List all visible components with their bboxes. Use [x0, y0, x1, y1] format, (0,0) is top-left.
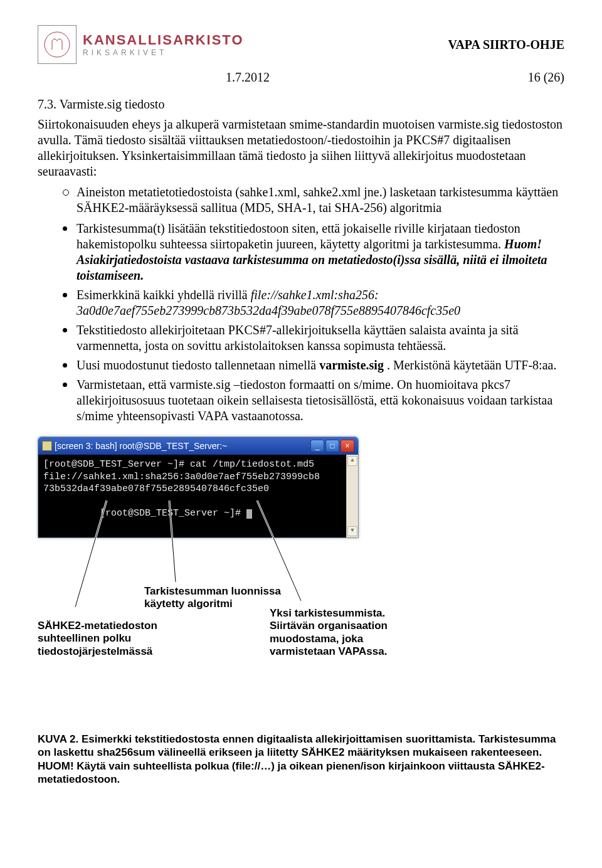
terminal-line: [root@SDB_TEST_Server ~]#: [43, 495, 353, 532]
terminal-icon: [42, 441, 52, 451]
annotation-label-checksum: Yksi tarkistesummista. Siirtävän organis…: [270, 607, 420, 659]
scrollbar[interactable]: ▲ ▼: [346, 455, 358, 537]
annotation-label-algorithm: Tarkistesumman luonnissa käytetty algori…: [144, 585, 282, 611]
list-item: Varmistetaan, että varmiste.sig –tiedost…: [63, 377, 564, 424]
terminal-window: [screen 3: bash] root@SDB_TEST_Server:~ …: [38, 437, 359, 538]
document-date: 1.7.2012: [226, 70, 270, 85]
terminal-line: [root@SDB_TEST_Server ~]# cat /tmp/tiedo…: [43, 458, 353, 471]
terminal-line: file://sahke1.xml:sha256:3a0d0e7aef755eb…: [43, 471, 353, 484]
terminal-title: [screen 3: bash] root@SDB_TEST_Server:~: [55, 441, 227, 451]
annotation-label-path: SÄHKE2-metatiedoston suhteellinen polku …: [38, 620, 219, 658]
list-item: Tekstitiedosto allekirjoitetaan PKCS#7-a…: [63, 322, 564, 354]
bullet-text: Uusi muodostunut tiedosto tallennetaan n…: [77, 358, 319, 372]
annotations: Tarkistesumman luonnissa käytetty algori…: [38, 538, 439, 695]
list-item: Esimerkkinä kaikki yhdellä rivillä file:…: [63, 287, 564, 319]
sub-list: Aineiston metatietotiedostoista (sahke1.…: [63, 184, 564, 216]
terminal-prompt: [root@SDB_TEST_Server ~]#: [100, 508, 246, 519]
window-controls: _ □ ×: [310, 440, 354, 452]
bullet-list: Tarkistesumma(t) lisätään tekstitiedosto…: [63, 221, 564, 424]
document-title: VAPA SIIRTO-OHJE: [448, 38, 564, 52]
logo-title: KANSALLISARKISTO: [83, 32, 244, 48]
page-header: KANSALLISARKISTO RIKSARKIVET VAPA SIIRTO…: [38, 25, 564, 64]
minimize-button[interactable]: _: [310, 440, 324, 452]
date-page-row: 1.7.2012 16 (26): [226, 70, 564, 85]
terminal-body: [root@SDB_TEST_Server ~]# cat /tmp/tiedo…: [38, 455, 358, 537]
section-heading: 7.3. Varmiste.sig tiedosto: [38, 97, 564, 112]
sub-item: Aineiston metatietotiedostoista (sahke1.…: [63, 184, 564, 216]
page-number: 16 (26): [528, 70, 564, 85]
archive-emblem-icon: [38, 25, 77, 64]
svg-point-0: [45, 32, 70, 57]
bullet-text: . Merkistönä käytetään UTF-8:aa.: [387, 358, 556, 372]
logo: KANSALLISARKISTO RIKSARKIVET: [38, 25, 244, 64]
bullet-text: Esimerkkinä kaikki yhdellä rivillä: [77, 288, 251, 302]
scroll-down-icon[interactable]: ▼: [347, 526, 357, 536]
cursor-icon: [246, 509, 252, 519]
close-button[interactable]: ×: [341, 440, 354, 452]
bullet-bold: varmiste.sig: [319, 358, 384, 372]
bullet-emphasis-text: Asiakirjatiedostoista vastaava tarkistes…: [77, 253, 547, 282]
intro-paragraph: Siirtokonaisuuden eheys ja alkuperä varm…: [38, 117, 564, 179]
terminal-line: 73b532da4f39abe078f755e2895407846cfc35e0: [43, 483, 353, 495]
list-item: Uusi muodostunut tiedosto tallennetaan n…: [63, 357, 564, 373]
embedded-screenshot: [screen 3: bash] root@SDB_TEST_Server:~ …: [38, 437, 564, 695]
figure-caption: KUVA 2. Esimerkki tekstitiedostosta enne…: [38, 733, 564, 786]
bullet-emphasis: Huom!: [504, 237, 542, 251]
maximize-button[interactable]: □: [325, 440, 339, 452]
terminal-titlebar: [screen 3: bash] root@SDB_TEST_Server:~ …: [38, 437, 358, 455]
scroll-up-icon[interactable]: ▲: [347, 456, 357, 466]
list-item: Tarkistesumma(t) lisätään tekstitiedosto…: [63, 221, 564, 283]
bullet-text: Tarkistesumma(t) lisätään tekstitiedosto…: [77, 221, 520, 251]
logo-subtitle: RIKSARKIVET: [83, 48, 244, 57]
bullet-italic: file://sahke1.xml:sha256:: [251, 288, 379, 302]
bullet-italic-hash: 3a0d0e7aef755eb273999cb873b532da4f39abe0…: [77, 304, 460, 317]
